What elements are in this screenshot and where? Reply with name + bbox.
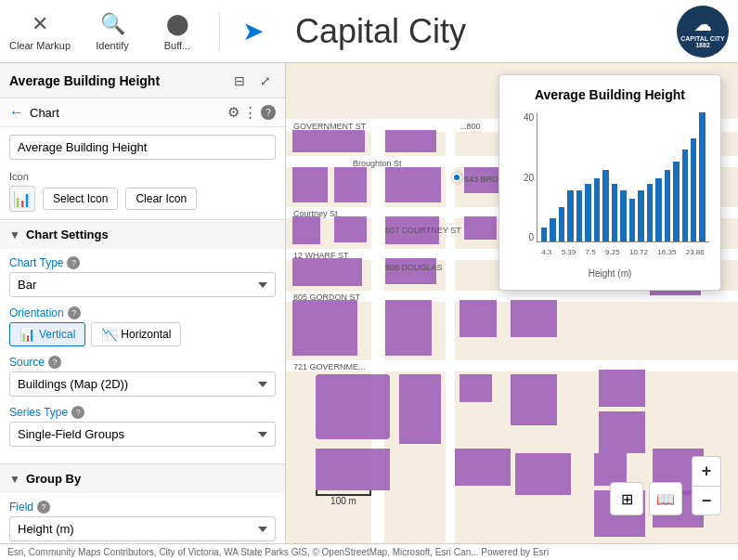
government-721: 721 GOVERNME... [293,362,366,371]
y-label-40: 40 [524,112,534,123]
buffer-icon: ⬤ [166,12,189,36]
building-10 [464,216,497,240]
chart-area: 40 20 0 4.35.397.59.2510.7216.3523.86 [511,112,709,261]
group-by-header[interactable]: ▼ Group By [0,464,285,493]
blanshard-street [446,126,455,543]
status-text: Esri, Community Maps Contributors, City … [7,547,549,557]
capital-city-logo: ☁ CAPITAL CITY 1882 [677,6,729,58]
y-label-0: 0 [528,232,534,242]
x-label-2: 7.5 [586,248,596,256]
select-icon-button[interactable]: Select Icon [43,188,118,210]
building-4 [334,167,367,202]
zoom-in-button[interactable]: + [692,456,721,486]
building-3 [292,167,328,202]
more-options-button[interactable]: ⋮ [243,104,257,121]
source-label: Source [9,356,45,369]
building-8 [334,216,367,242]
group-by-chevron: ▼ [9,473,20,486]
basemap-button[interactable]: 📖 [649,482,682,515]
orientation-row: Orientation ? 📊 Vertical 📉 Horizontal [9,306,276,346]
chart-settings-header[interactable]: ▼ Chart Settings [0,220,285,249]
source-select[interactable]: Buildings (Map (2D)) [9,371,276,397]
x-label-3: 9.25 [605,248,620,256]
icon-row: 📊 Select Icon Clear Icon [9,186,276,212]
arrow-icon: ➤ [242,16,264,46]
group-by-section: ▼ Group By Field ? Height (m) Name Axis … [0,463,285,543]
logo-cloud-icon: ☁ [694,15,711,35]
series-type-label: Series Type [9,406,68,419]
source-help[interactable]: ? [48,356,61,369]
chart-x-title: Height (m) [511,268,709,279]
buffer-button[interactable]: ⬤ Buff... [154,12,201,51]
chart-bar-8 [612,184,617,241]
map-zoom-controls[interactable]: + − [692,456,721,515]
x-label-5: 16.35 [657,248,676,256]
clear-markup-button[interactable]: ✕ Clear Markup [9,12,71,51]
panel-header-icons: ⊟ ⤢ [229,71,276,91]
series-type-select[interactable]: Single-Field Groups Field Groups [9,422,276,447]
chart-popup: Average Building Height 40 20 0 4.35.397… [498,74,721,291]
chart-settings-section: ▼ Chart Settings Chart Type ? Bar Line P… [0,219,285,463]
group-by-body: Field ? Height (m) Name Axis Label [0,493,285,543]
building-29 [599,370,645,407]
building-7 [292,216,320,244]
chart-bar-0 [541,228,547,241]
series-type-help[interactable]: ? [71,406,84,419]
scale-label: 100 m [330,496,356,506]
building-13 [292,300,357,356]
building-14 [385,300,432,356]
chart-settings-body: Chart Type ? Bar Line Pie Orientation ? … [0,249,285,463]
chart-bar-14 [665,170,670,241]
icon-preview: 📊 [9,186,35,212]
chart-type-row: Chart Type ? Bar Line Pie [9,256,276,297]
identify-button[interactable]: 🔍 Identify [89,12,136,51]
building-25 [511,300,557,337]
gear-button[interactable]: ⚙ [227,104,240,121]
courtney-st-807: 607 COURTNEY ST [385,226,461,235]
chart-bar-2 [559,207,564,241]
vertical-icon: 📊 [19,327,35,342]
identify-icon: 🔍 [100,12,125,36]
building-28 [515,453,571,495]
orientation-help[interactable]: ? [68,306,81,319]
series-type-label-row: Series Type ? [9,406,276,419]
horizontal-orientation-button[interactable]: 📉 Horizontal [91,322,181,346]
breadcrumb-bar: ← Chart ⚙ ⋮ ? [0,98,285,127]
clear-icon-button[interactable]: Clear Icon [125,188,197,210]
courtney-st-label: Courtney St [293,209,338,218]
identify-label: Identify [96,40,128,51]
building-16 [399,374,441,416]
field-select[interactable]: Height (m) Name [9,516,276,541]
chart-bar-18 [699,112,705,241]
chart-type-select[interactable]: Bar Line Pie [9,272,276,297]
chart-popup-title: Average Building Height [511,86,709,103]
icon-section-label: Icon [9,171,276,182]
panel-title: Average Building Height [9,73,229,88]
chart-type-label-row: Chart Type ? [9,256,276,269]
building-2 [385,130,436,152]
toolbar: ✕ Clear Markup 🔍 Identify ⬤ Buff... ➤ Ca… [0,0,738,63]
back-button[interactable]: ← [9,104,24,121]
panel-collapse-button[interactable]: ⊟ [229,71,250,91]
y-label-20: 20 [524,173,534,183]
zoom-out-button[interactable]: − [692,486,721,515]
field-help[interactable]: ? [37,501,50,514]
left-panel: Average Building Height ⊟ ⤢ ← Chart ⚙ ⋮ … [0,63,286,543]
scale-bar: 100 m [316,490,371,506]
help-button[interactable]: ? [261,105,276,120]
building-15 [316,374,390,439]
map-bottom-toolbar: ⊞ 📖 [610,482,682,515]
layers-button[interactable]: ⊞ [610,482,643,515]
chart-bar-6 [594,178,600,241]
clear-markup-icon: ✕ [32,12,48,36]
chart-y-axis: 40 20 0 [511,112,537,242]
chart-name-input[interactable] [9,135,276,160]
vertical-orientation-button[interactable]: 📊 Vertical [9,322,85,346]
building-17 [399,416,441,444]
x-label-6: 23.86 [686,248,705,256]
gordon-st-label: 805 GORDON ST [293,293,360,302]
x-label-1: 5.39 [562,248,576,256]
orientation-label-row: Orientation ? [9,306,276,319]
panel-popout-button[interactable]: ⤢ [255,71,276,91]
chart-type-help[interactable]: ? [67,256,80,269]
